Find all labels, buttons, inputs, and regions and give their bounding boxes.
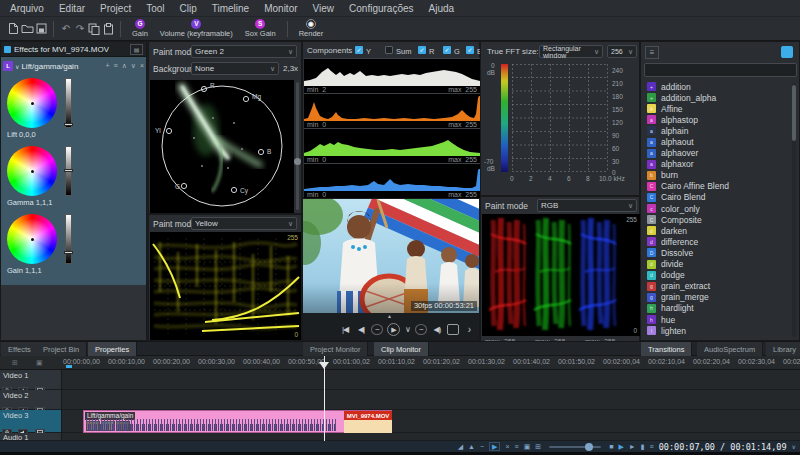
- spacer-tool-icon[interactable]: ≡: [515, 443, 519, 450]
- overwrite-mode-icon[interactable]: −: [480, 443, 484, 450]
- chevron-down-icon[interactable]: ∨: [404, 324, 411, 336]
- open-folder-icon[interactable]: [20, 22, 34, 36]
- sox-gain-button[interactable]: S Sox Gain: [239, 17, 282, 41]
- scrollbar-thumb[interactable]: [792, 85, 796, 141]
- snap-icon[interactable]: ►: [629, 443, 636, 450]
- insert-mode-icon[interactable]: ▲: [468, 443, 475, 450]
- select-tool-icon[interactable]: ▶: [489, 442, 500, 451]
- list-item[interactable]: ddodge: [642, 270, 792, 281]
- list-item[interactable]: CCairo Blend: [642, 192, 792, 203]
- forward-icon[interactable]: −: [415, 324, 427, 335]
- menu-icon[interactable]: ≡: [114, 62, 118, 70]
- timeline-ruler[interactable]: ⊞ ▣ 00:00:00,00 00:00:10,00 00:00:20,00 …: [0, 356, 800, 370]
- paste-icon[interactable]: [101, 22, 115, 36]
- g-checkbox[interactable]: ✓: [443, 46, 451, 54]
- delete-effect-icon[interactable]: ×: [140, 62, 144, 70]
- list-item[interactable]: hhardlight: [642, 303, 792, 314]
- menu-monitor[interactable]: Monitor: [264, 3, 297, 14]
- menu-clip[interactable]: Clip: [180, 3, 197, 14]
- menu-tool[interactable]: Tool: [146, 3, 164, 14]
- list-item[interactable]: +addition_alpha: [642, 92, 792, 103]
- timeline-edit-mode-icon[interactable]: ◢: [458, 443, 463, 450]
- tab-transitions[interactable]: Transitions: [641, 342, 692, 357]
- track-lane-video1[interactable]: [62, 370, 800, 390]
- effects-options-button[interactable]: ▤: [130, 44, 143, 55]
- keyframe-icon[interactable]: +: [105, 62, 109, 70]
- tab-effects[interactable]: Effects: [1, 342, 39, 357]
- zoom-slider-handle[interactable]: [294, 158, 301, 165]
- rewind-icon[interactable]: −: [371, 324, 383, 335]
- track-lane-video2[interactable]: [62, 390, 800, 410]
- playhead-handle[interactable]: [319, 362, 329, 369]
- list-item[interactable]: aalphaover: [642, 148, 792, 159]
- save-icon[interactable]: [34, 22, 48, 36]
- gamma-color-wheel[interactable]: [7, 146, 57, 196]
- show-markers-icon[interactable]: ≡: [650, 443, 654, 450]
- gamma-slider-handle[interactable]: [64, 169, 73, 172]
- gain-slider-handle[interactable]: [64, 251, 73, 254]
- list-item[interactable]: bburn: [642, 170, 792, 181]
- menu-configuracoes[interactable]: Configurações: [349, 3, 413, 14]
- track-header-video2[interactable]: Video 2: [0, 390, 62, 410]
- new-document-icon[interactable]: [6, 22, 20, 36]
- list-item[interactable]: aalphaout: [642, 136, 792, 147]
- fft-window-select[interactable]: Rectangular window∨: [539, 45, 603, 58]
- razor-tool-icon[interactable]: ×: [505, 443, 509, 450]
- tab-library[interactable]: Library: [766, 342, 800, 357]
- list-item[interactable]: CCairo Affine Blend: [642, 181, 792, 192]
- gain-slider[interactable]: [65, 214, 72, 264]
- menu-editar[interactable]: Editar: [59, 3, 85, 14]
- volume-icon[interactable]: ◀): [431, 324, 443, 336]
- list-item[interactable]: AAffine: [642, 103, 792, 114]
- list-item[interactable]: aalphastop: [642, 114, 792, 125]
- undo-icon[interactable]: ↶: [59, 22, 73, 36]
- track-header-video3[interactable]: Video 3: [0, 410, 62, 433]
- timeline-corner-icon[interactable]: ⊞: [12, 359, 18, 367]
- sum-checkbox[interactable]: [385, 46, 393, 54]
- fullscreen-icon[interactable]: [447, 324, 459, 335]
- lift-slider[interactable]: [65, 78, 72, 128]
- gain-effect-button[interactable]: G Gain: [126, 17, 154, 41]
- list-item[interactable]: aalphain: [642, 125, 792, 136]
- menu-view[interactable]: View: [313, 3, 335, 14]
- fit-zoom-icon[interactable]: ■: [609, 443, 613, 450]
- gamma-slider[interactable]: [65, 146, 72, 196]
- list-item[interactable]: DDissolve: [642, 247, 792, 258]
- move-down-icon[interactable]: ∨: [131, 62, 136, 70]
- volume-keyframable-button[interactable]: V Volume (keyframable): [154, 17, 239, 41]
- list-item[interactable]: CComposite: [642, 214, 792, 225]
- frame-back-icon[interactable]: ◀|: [355, 324, 367, 336]
- chevron-down-icon[interactable]: ∨: [792, 444, 796, 450]
- audio-scrub-icon[interactable]: ▮: [641, 443, 645, 450]
- b-checkbox[interactable]: ✓: [466, 46, 474, 54]
- track-header-video1[interactable]: Video 1: [0, 370, 62, 390]
- move-up-icon[interactable]: ∧: [122, 62, 127, 70]
- tab-project-bin[interactable]: Project Bin: [36, 342, 87, 357]
- copy-icon[interactable]: [87, 22, 101, 36]
- list-item[interactable]: ddivide: [642, 259, 792, 270]
- y-checkbox[interactable]: ✓: [355, 46, 363, 54]
- mix-audio-icon[interactable]: ▣: [524, 443, 531, 450]
- compositions-search-input[interactable]: [644, 63, 797, 77]
- list-item[interactable]: ddifference: [642, 236, 792, 247]
- more-icon[interactable]: ›: [463, 324, 475, 336]
- track-lane-audio1[interactable]: [62, 433, 800, 441]
- vectorscope-paint-mode-select[interactable]: Green 2∨: [191, 45, 297, 58]
- timeline-clip[interactable]: Lift/gamma/gain MVI_9974.MOV: [83, 410, 392, 433]
- lift-slider-handle[interactable]: [64, 123, 73, 126]
- list-item[interactable]: llighten: [642, 325, 792, 336]
- collapse-caret-icon[interactable]: ∨: [15, 63, 19, 70]
- panel-menu-button[interactable]: ≡: [645, 46, 659, 59]
- play-icon[interactable]: ▶: [387, 323, 400, 336]
- list-item[interactable]: +addition: [642, 81, 792, 92]
- list-item[interactable]: ddarken: [642, 225, 792, 236]
- menu-timeline[interactable]: Timeline: [212, 3, 249, 14]
- tab-project-monitor[interactable]: Project Monitor: [303, 342, 368, 357]
- menu-project[interactable]: Project: [100, 3, 131, 14]
- timeline-zone-marker[interactable]: [66, 365, 72, 368]
- preview-render-icon[interactable]: ▶: [618, 443, 623, 450]
- list-scrollbar[interactable]: [792, 83, 796, 337]
- tab-clip-monitor[interactable]: Clip Monitor: [374, 342, 429, 357]
- tab-audiospectrum[interactable]: AudioSpectrum: [697, 342, 763, 357]
- track-header-audio1[interactable]: Audio 1: [0, 433, 62, 441]
